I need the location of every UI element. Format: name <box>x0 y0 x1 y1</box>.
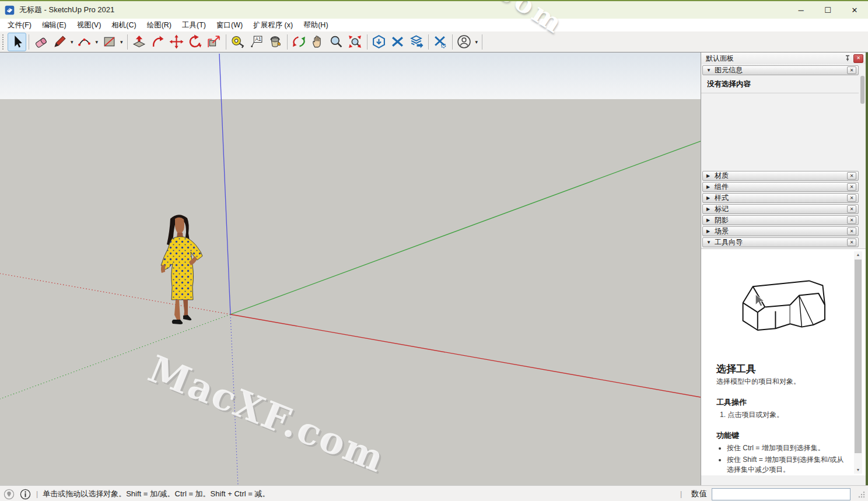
viewport-3d[interactable]: MacXF.com MacXF.com <box>0 52 701 485</box>
close-panel-button[interactable]: ✕ <box>853 54 863 63</box>
text-label-icon: A1 <box>249 34 264 49</box>
menu-help[interactable]: 帮助(H) <box>298 19 333 31</box>
menu-extensions[interactable]: 扩展程序 (x) <box>248 19 298 31</box>
menu-file[interactable]: 文件(F) <box>2 19 37 31</box>
close-section-icon[interactable]: ✕ <box>847 216 856 224</box>
resize-grip[interactable] <box>856 489 866 499</box>
section-scenes[interactable]: ▶ 场景 ✕ <box>702 226 859 236</box>
pushpull-tool-button[interactable] <box>130 33 149 51</box>
rectangle-tool-button[interactable] <box>100 33 118 51</box>
instructor-operation-heading: 工具操作 <box>716 397 846 408</box>
menu-camera[interactable]: 相机(C) <box>106 19 141 31</box>
modifier-item: 按住 Shift = 增加项目到选择集和/或从选择集中减少项目。 <box>727 455 846 475</box>
menu-view[interactable]: 视图(V) <box>72 19 107 31</box>
section-entity-info[interactable]: ▼ 图元信息 ✕ <box>702 65 859 75</box>
entity-info-message: 没有选择内容 <box>701 75 859 93</box>
3d-warehouse-icon <box>372 34 386 49</box>
minimize-button[interactable]: ─ <box>788 1 814 19</box>
close-section-icon[interactable]: ✕ <box>847 66 856 74</box>
followme-tool-button[interactable] <box>149 33 167 51</box>
panel-scrollbar[interactable] <box>859 65 866 484</box>
zoom-extents-tool-button[interactable] <box>346 33 365 51</box>
status-hint: 单击或拖动以选择对象。Shift = 加/减。Ctrl = 加。Shift + … <box>43 489 270 499</box>
toolbar-separator <box>226 34 226 50</box>
toolbar-separator <box>367 34 368 50</box>
collapsed-arrow-icon: ▶ <box>706 218 715 223</box>
rectangle-tool-dropdown[interactable]: ▾ <box>118 39 125 45</box>
credit-info-icon[interactable] <box>20 489 31 500</box>
section-tags[interactable]: ▶ 标记 ✕ <box>702 204 859 214</box>
default-panel: 默认面板 ✕ ▼ 图元信息 ✕ 没有选择内容 ▶ 材质 ✕ ▶ 组件 ✕ <box>701 52 866 485</box>
section-components[interactable]: ▶ 组件 ✕ <box>702 182 859 192</box>
3d-warehouse-button[interactable] <box>370 33 388 51</box>
paint-bucket-tool-button[interactable] <box>266 33 285 51</box>
section-materials[interactable]: ▶ 材质 ✕ <box>702 171 859 181</box>
arc-tool-dropdown[interactable]: ▾ <box>94 39 100 45</box>
account-dropdown[interactable]: ▾ <box>474 39 480 45</box>
expanded-arrow-icon: ▼ <box>706 68 715 73</box>
layers-share-icon <box>409 34 424 49</box>
arc-tool-button[interactable] <box>75 33 94 51</box>
panel-scrollbar-thumb[interactable] <box>860 76 864 104</box>
collapsed-arrow-icon: ▶ <box>706 229 715 234</box>
close-section-icon[interactable]: ✕ <box>847 194 856 202</box>
tape-measure-tool-button[interactable] <box>229 33 247 51</box>
collapsed-arrow-icon: ▶ <box>706 195 715 201</box>
maximize-button[interactable]: ☐ <box>814 1 841 19</box>
entity-info-content: 没有选择内容 <box>701 75 859 170</box>
extension-warehouse-button[interactable] <box>388 33 407 51</box>
menu-window[interactable]: 窗口(W) <box>211 19 248 31</box>
viewport-sky <box>0 52 701 99</box>
collapsed-arrow-icon: ▶ <box>706 173 715 178</box>
measurement-input[interactable] <box>712 488 850 500</box>
section-instructor[interactable]: ▼ 工具向导 ✕ <box>702 237 859 247</box>
extension-manager-button[interactable] <box>431 33 450 51</box>
select-tool-button[interactable] <box>8 33 26 51</box>
close-section-icon[interactable]: ✕ <box>847 205 856 213</box>
orbit-tool-button[interactable] <box>290 33 309 51</box>
status-bar: | 单击或拖动以选择对象。Shift = 加/减。Ctrl = 加。Shift … <box>0 485 868 501</box>
instructor-tool-subtitle: 选择模型中的项目和对象。 <box>716 377 846 387</box>
rotate-tool-button[interactable] <box>186 33 205 51</box>
close-section-icon[interactable]: ✕ <box>847 183 856 191</box>
account-button[interactable] <box>455 33 474 51</box>
text-tool-button[interactable]: A1 <box>247 33 266 51</box>
menu-tools[interactable]: 工具(T) <box>177 19 211 31</box>
followme-icon <box>150 34 165 49</box>
line-tool-dropdown[interactable]: ▾ <box>69 39 75 45</box>
eraser-icon <box>34 34 48 49</box>
eraser-tool-button[interactable] <box>32 33 50 51</box>
zoom-tool-button[interactable] <box>327 33 346 51</box>
share-model-button[interactable] <box>407 33 426 51</box>
move-tool-button[interactable] <box>167 33 186 51</box>
section-shadows[interactable]: ▶ 阴影 ✕ <box>702 215 859 225</box>
pan-tool-button[interactable] <box>309 33 327 51</box>
paint-bucket-icon <box>268 34 282 49</box>
toolbar-separator <box>428 34 429 50</box>
close-section-icon[interactable]: ✕ <box>847 227 856 235</box>
section-styles[interactable]: ▶ 样式 ✕ <box>702 193 859 203</box>
pin-icon[interactable] <box>844 55 851 62</box>
toolbar-drag-handle[interactable] <box>2 34 5 50</box>
window-title: 无标题 - SketchUp Pro 2021 <box>19 5 114 15</box>
pencil-icon <box>52 34 67 49</box>
default-panel-header[interactable]: 默认面板 ✕ <box>701 52 866 64</box>
scale-tool-button[interactable] <box>205 33 223 51</box>
close-section-icon[interactable]: ✕ <box>847 239 856 246</box>
extension-warehouse-icon <box>390 34 405 49</box>
line-tool-button[interactable] <box>50 33 69 51</box>
instructor-modifier-list: 按住 Ctrl = 增加项目到选择集。 按住 Shift = 增加项目到选择集和… <box>727 443 846 475</box>
collapsed-arrow-icon: ▶ <box>706 184 715 190</box>
instructor-illustration <box>733 272 844 335</box>
main-area: MacXF.com MacXF.com 默认面板 ✕ ▼ 图元信息 ✕ 没有选择… <box>0 52 868 485</box>
menu-draw[interactable]: 绘图(R) <box>142 19 177 31</box>
extension-manager-icon <box>433 34 447 49</box>
menu-edit[interactable]: 编辑(E) <box>37 19 72 31</box>
instructor-modifier-heading: 功能键 <box>716 430 846 441</box>
close-button[interactable]: ✕ <box>841 1 868 19</box>
toolbar-separator <box>287 34 288 50</box>
desktop-edge-strip <box>866 52 868 485</box>
toolbar: ▾ ▾ ▾ A1 <box>0 31 868 52</box>
close-section-icon[interactable]: ✕ <box>847 172 856 180</box>
geolocation-status-icon[interactable] <box>4 489 15 500</box>
